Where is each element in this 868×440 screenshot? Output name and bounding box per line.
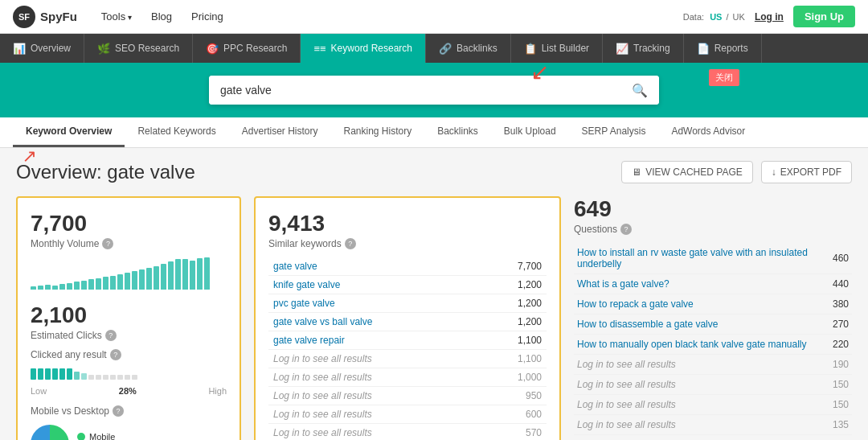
overview-icon: 📊 xyxy=(13,43,26,55)
nav-blog[interactable]: Blog xyxy=(143,7,180,26)
kw-link-3[interactable]: pvc gate valve xyxy=(273,298,335,309)
sec-nav-seo[interactable]: 🌿 SEO Research xyxy=(84,34,193,63)
monthly-volume-label: Monthly Volume ? xyxy=(31,238,227,249)
kw-link-4[interactable]: gate valve vs ball valve xyxy=(273,316,372,327)
table-row: Log in to see all results 150 xyxy=(574,375,852,395)
bar-19 xyxy=(161,264,166,290)
cr-bar-2 xyxy=(38,368,43,380)
sub-nav-ranking-history[interactable]: Ranking History xyxy=(330,117,424,147)
table-row: gate valve vs ball valve 1,200 xyxy=(268,313,547,331)
sub-navigation: Keyword Overview Related Keywords Advert… xyxy=(0,117,868,148)
sub-nav-bulk-upload[interactable]: Bulk Upload xyxy=(491,117,569,147)
export-icon: ↓ xyxy=(772,167,776,178)
q-link-2[interactable]: What is a gate valve? xyxy=(577,278,669,290)
q-link-3[interactable]: How to repack a gate valve xyxy=(577,298,694,310)
bar-21 xyxy=(175,259,181,290)
top-navigation: SF SpyFu Tools Blog Pricing Data: US / U… xyxy=(0,0,868,34)
bar-3 xyxy=(45,285,51,290)
main-content: Overview: gate valve 🖥 VIEW CACHED PAGE … xyxy=(0,148,868,440)
table-row: Log in to see all results 135 xyxy=(574,415,852,435)
donut-area: Mobile Desktop xyxy=(31,425,227,440)
sub-nav-serp-analysis[interactable]: SERP Analysis xyxy=(569,117,659,147)
q-link-4[interactable]: How to disassemble a gate valve xyxy=(577,319,718,330)
bar-5 xyxy=(59,284,65,290)
kw-volume-3: 1,200 xyxy=(481,294,547,313)
questions-info[interactable]: ? xyxy=(620,224,632,235)
view-cached-button[interactable]: 🖥 VIEW CACHED PAGE xyxy=(621,161,752,183)
right-card: 649 Questions ? How to install an rv was… xyxy=(574,196,852,440)
similar-keywords-info[interactable]: ? xyxy=(345,238,356,249)
clicked-any-label: Clicked any result ? xyxy=(31,349,227,360)
logo-icon: SF xyxy=(13,6,35,28)
q-link-1[interactable]: How to install an rv waste gate valve wi… xyxy=(577,247,808,269)
sec-nav-overview[interactable]: 📊 Overview xyxy=(0,34,84,63)
main-nav-links: Tools Blog Pricing xyxy=(93,7,231,26)
sec-nav-list-builder[interactable]: 📋 List Builder xyxy=(511,34,603,63)
kw-volume-5: 1,100 xyxy=(481,331,547,350)
sec-nav-tracking[interactable]: 📈 Tracking xyxy=(603,34,684,63)
similar-keywords-label: Similar keywords ? xyxy=(268,238,547,249)
cr-bar-14 xyxy=(125,375,130,380)
nav-tools[interactable]: Tools xyxy=(93,7,140,26)
search-arrow-annotation: ↙ xyxy=(530,61,549,84)
sub-nav-keyword-overview[interactable]: Keyword Overview xyxy=(13,117,125,147)
q-volume-2: 440 xyxy=(823,274,852,294)
estimated-clicks-info[interactable]: ? xyxy=(105,330,117,341)
signup-button[interactable]: Sign Up xyxy=(793,6,855,27)
mobile-desktop-info[interactable]: ? xyxy=(113,405,124,417)
bar-9 xyxy=(88,279,94,290)
export-pdf-button[interactable]: ↓ EXPORT PDF xyxy=(761,161,852,183)
sub-nav-backlinks[interactable]: Backlinks xyxy=(424,117,491,147)
sec-nav-backlinks[interactable]: 🔗 Backlinks xyxy=(426,34,511,63)
sec-nav-tracking-label: Tracking xyxy=(633,43,670,54)
search-bar: 🔍 xyxy=(209,76,659,105)
click-rate-chart xyxy=(31,368,137,380)
data-uk[interactable]: UK xyxy=(733,12,745,22)
bar-6 xyxy=(67,283,72,290)
sec-nav-reports[interactable]: 📄 Reports xyxy=(684,34,762,63)
kw-locked-3: Log in to see all results xyxy=(273,390,372,401)
sec-nav-keyword-research[interactable]: ≡≡ Keyword Research xyxy=(301,34,426,63)
table-row: gate valve repair 1,100 xyxy=(268,331,547,350)
kw-locked-5: Log in to see all results xyxy=(273,427,372,438)
sub-nav-adwords-advisor[interactable]: AdWords Advisor xyxy=(658,117,758,147)
sec-nav-ppc[interactable]: 🎯 PPC Research xyxy=(193,34,301,63)
monthly-volume-info[interactable]: ? xyxy=(102,238,113,249)
bar-7 xyxy=(74,282,80,290)
bar-17 xyxy=(146,268,152,290)
similar-keywords-value: 9,413 xyxy=(268,211,547,236)
cr-bar-6 xyxy=(67,368,72,380)
kw-link-5[interactable]: gate valve repair xyxy=(273,335,345,346)
brand-logo[interactable]: SF SpyFu xyxy=(13,6,77,28)
bar-14 xyxy=(125,273,130,290)
kw-link-2[interactable]: knife gate valve xyxy=(273,279,340,290)
table-row: Log in to see all results 1,000 xyxy=(268,368,547,387)
sub-nav-advertiser-history[interactable]: Advertiser History xyxy=(229,117,331,147)
table-row: Log in to see all results 135 xyxy=(574,435,852,441)
seo-icon: 🌿 xyxy=(97,43,110,55)
search-button[interactable]: 🔍 xyxy=(620,76,659,105)
search-input[interactable] xyxy=(209,76,620,105)
q-locked-3: Log in to see all results xyxy=(577,399,676,410)
slider-low-label: Low xyxy=(31,386,47,396)
cached-icon: 🖥 xyxy=(632,167,641,178)
keyword-icon: ≡≡ xyxy=(313,43,326,55)
q-volume-4: 270 xyxy=(823,315,852,335)
cr-bar-9 xyxy=(88,375,94,380)
kw-locked-2: Log in to see all results xyxy=(273,372,372,383)
login-button[interactable]: Log in xyxy=(755,11,784,23)
brand-name: SpyFu xyxy=(40,10,77,23)
click-rate-bar xyxy=(31,368,227,380)
table-row: gate valve 7,700 xyxy=(268,257,547,276)
sub-nav-related-keywords[interactable]: Related Keywords xyxy=(125,117,228,147)
bar-23 xyxy=(190,261,195,290)
donut-chart xyxy=(31,425,69,440)
clicked-any-info[interactable]: ? xyxy=(110,349,121,360)
nav-pricing[interactable]: Pricing xyxy=(183,7,231,26)
mobile-vs-desktop-label: Mobile vs Desktop ? xyxy=(31,405,227,417)
cr-bar-4 xyxy=(52,368,58,380)
kw-link-1[interactable]: gate valve xyxy=(273,261,317,272)
close-popup-button[interactable]: 关闭 xyxy=(709,69,739,86)
q-link-5[interactable]: How to manually open black tank valve ga… xyxy=(577,339,807,350)
kw-volume-7: 1,000 xyxy=(481,368,547,387)
